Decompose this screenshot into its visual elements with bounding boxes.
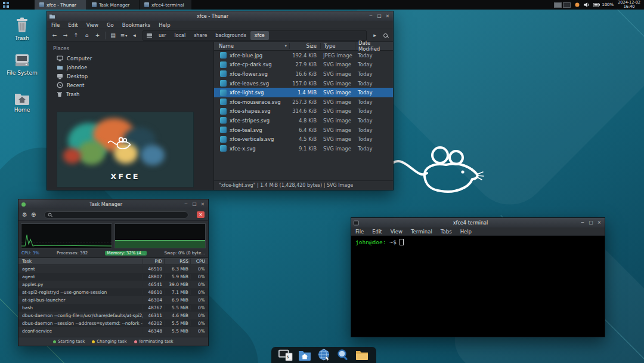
- menu-item[interactable]: View: [82, 22, 103, 28]
- column-header-task[interactable]: Task: [18, 259, 143, 264]
- column-header-type[interactable]: Type: [320, 43, 355, 49]
- task-row[interactable]: at-spi-bus-launcher 46304 6.9 MiB 0%: [18, 296, 208, 304]
- menu-item[interactable]: Bookmarks: [118, 22, 155, 28]
- menu-item[interactable]: Go: [103, 22, 118, 28]
- column-header-size[interactable]: Size: [289, 43, 320, 49]
- terminal-content[interactable]: john@doe: ~$: [351, 236, 605, 337]
- file-row[interactable]: xfce-stripes.svg 4.8 KiB SVG image Today: [214, 116, 393, 125]
- file-row[interactable]: xfce-cp-dark.svg 27.9 KiB SVG image Toda…: [214, 60, 393, 70]
- column-header-cpu[interactable]: CPU: [190, 259, 208, 264]
- terminal-titlebar[interactable]: xfce4-terminal − □ ×: [351, 218, 605, 227]
- taskbar-window-button[interactable]: xfce - Thunar: [35, 0, 87, 10]
- workspace-2[interactable]: [563, 2, 571, 8]
- task-row[interactable]: dbus-daemon --config-file=/usr/share/def…: [18, 312, 208, 319]
- search-button[interactable]: [380, 30, 391, 41]
- column-header-modified[interactable]: Date Modified: [355, 40, 393, 52]
- breadcrumb-segment[interactable]: usr: [154, 31, 171, 40]
- settings-gear-icon[interactable]: ⚙: [22, 211, 27, 218]
- minimize-button[interactable]: −: [183, 200, 189, 208]
- forward-button[interactable]: →: [60, 30, 70, 41]
- filesystem-root-icon[interactable]: [146, 32, 153, 39]
- close-button[interactable]: ×: [200, 200, 206, 208]
- file-row[interactable]: xfce-flower.svg 16.6 KiB SVG image Today: [214, 69, 393, 79]
- task-row[interactable]: agent 48807 5.9 MiB 0%: [18, 273, 208, 281]
- breadcrumb-segment[interactable]: local: [171, 31, 190, 40]
- desktop-icon-trash[interactable]: Trash: [4, 16, 41, 41]
- breadcrumb-segment[interactable]: xfce: [250, 31, 269, 40]
- view-grid-button[interactable]: ▤: [108, 30, 118, 41]
- task-row[interactable]: at-spi2-registryd --use-gnome-session 48…: [18, 288, 208, 296]
- panel-clock[interactable]: 2024-12-02 16:40: [618, 1, 640, 10]
- desktop-icon-file-system[interactable]: File System: [4, 50, 41, 76]
- taskbar-window-button[interactable]: xfce4-terminal: [140, 0, 192, 10]
- menu-item[interactable]: View: [386, 229, 407, 235]
- file-type: SVG image: [320, 127, 355, 133]
- crumb-scroll-left-button[interactable]: ◂: [129, 30, 140, 41]
- file-row[interactable]: xfce-mouserace.svg 257.3 KiB SVG image T…: [214, 97, 393, 107]
- close-button[interactable]: ×: [596, 219, 602, 227]
- place-trash[interactable]: Trash: [47, 90, 213, 99]
- updates-icon[interactable]: [575, 2, 580, 7]
- identify-window-icon[interactable]: ⊕: [31, 211, 36, 218]
- task-row[interactable]: applet.py 46541 39.0 MiB 0%: [18, 281, 208, 288]
- place-recent[interactable]: Recent: [47, 81, 213, 90]
- file-row[interactable]: xfce-blue.jpg 192.4 KiB JPEG image Today: [214, 51, 393, 60]
- applications-menu-button[interactable]: [0, 0, 12, 10]
- desktop-icon-home[interactable]: Home: [4, 87, 41, 113]
- task-search-input[interactable]: [44, 211, 188, 219]
- maximize-button[interactable]: □: [191, 200, 197, 208]
- volume-icon[interactable]: [584, 2, 589, 7]
- view-list-button[interactable]: ≡▾: [119, 30, 129, 41]
- back-button[interactable]: ←: [49, 30, 60, 41]
- column-header-name[interactable]: Name ▾: [214, 43, 289, 49]
- dock-terminal-launcher[interactable]: $_: [278, 349, 293, 362]
- file-row[interactable]: xfce-leaves.svg 157.0 KiB SVG image Toda…: [214, 79, 393, 88]
- task-row[interactable]: bash 48767 5.5 MiB 0%: [18, 304, 208, 312]
- breadcrumb-segment[interactable]: share: [190, 31, 211, 40]
- place-computer[interactable]: Computer: [47, 54, 213, 63]
- column-header-pid[interactable]: PID: [143, 259, 164, 264]
- task-row[interactable]: dbus-daemon --session --address=systemd:…: [18, 319, 208, 327]
- menu-item[interactable]: File: [351, 229, 368, 235]
- workspace-pager[interactable]: [554, 2, 571, 8]
- task-rss: 7.1 MiB: [164, 290, 190, 295]
- dock-app-finder-launcher[interactable]: [336, 349, 350, 362]
- quit-button[interactable]: ×: [197, 211, 205, 218]
- column-header-rss[interactable]: RSS: [164, 259, 190, 264]
- menu-item[interactable]: Edit: [368, 229, 386, 235]
- menu-item[interactable]: Tabs: [436, 229, 456, 235]
- file-row[interactable]: xfce-teal.svg 6.4 KiB SVG image Today: [214, 125, 393, 135]
- home-button[interactable]: ⌂: [82, 30, 92, 41]
- up-button[interactable]: ↑: [71, 30, 81, 41]
- new-folder-button[interactable]: +: [92, 30, 103, 41]
- file-row[interactable]: xfce-x.svg 9.1 KiB SVG image Today: [214, 144, 393, 153]
- thunar-titlebar[interactable]: xfce - Thunar − □ ×: [47, 11, 393, 21]
- crumb-scroll-right-button[interactable]: ▸: [370, 30, 380, 41]
- task-row[interactable]: dconf-service 46348 5.5 MiB 0%: [18, 327, 208, 335]
- dock-web-browser-launcher[interactable]: [317, 349, 331, 362]
- place-desktop[interactable]: Desktop: [47, 72, 213, 81]
- task-manager-titlebar[interactable]: Task Manager − □ ×: [18, 199, 208, 209]
- workspace-1[interactable]: [554, 2, 562, 8]
- menu-item[interactable]: File: [47, 22, 64, 28]
- maximize-button[interactable]: □: [376, 12, 382, 20]
- file-row[interactable]: xfce-shapes.svg 314.6 KiB SVG image Toda…: [214, 107, 393, 116]
- menu-item[interactable]: Help: [456, 229, 476, 235]
- place-user-home[interactable]: johndoe: [47, 63, 213, 72]
- file-row[interactable]: xfce-light.svg 1.4 MiB SVG image Today: [214, 88, 393, 97]
- menu-item[interactable]: Edit: [64, 22, 82, 28]
- battery-indicator[interactable]: 100%: [593, 2, 614, 7]
- task-row[interactable]: agent 46510 6.3 MiB 0%: [18, 265, 208, 273]
- minimize-button[interactable]: −: [580, 219, 586, 227]
- menu-item[interactable]: Help: [154, 22, 174, 28]
- taskbar-window-button[interactable]: Task Manager: [87, 0, 140, 10]
- breadcrumb-segment[interactable]: backgrounds: [211, 31, 250, 40]
- menu-item[interactable]: Terminal: [407, 229, 436, 235]
- dock-folder-launcher[interactable]: [355, 349, 369, 362]
- file-type: SVG image: [320, 61, 355, 67]
- minimize-button[interactable]: −: [368, 12, 374, 20]
- maximize-button[interactable]: □: [588, 219, 594, 227]
- close-button[interactable]: ×: [385, 12, 391, 20]
- file-row[interactable]: xfce-verticals.svg 4.5 KiB SVG image Tod…: [214, 134, 393, 144]
- dock-file-manager-home-launcher[interactable]: [298, 349, 312, 362]
